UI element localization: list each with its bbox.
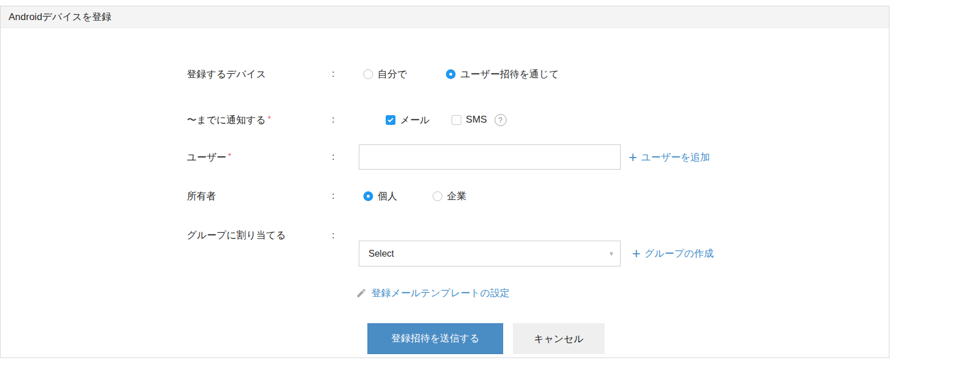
group-select[interactable]: Select ▾ bbox=[359, 241, 621, 266]
colon: : bbox=[332, 225, 359, 246]
required-asterisk: * bbox=[228, 151, 232, 160]
panel-header: Androidデバイスを登録 bbox=[1, 6, 889, 28]
email-template-link[interactable]: 登録メールテンプレートの設定 bbox=[356, 285, 509, 301]
row-owner: 所有者 : 個人 企業 bbox=[187, 186, 467, 206]
colon: : bbox=[332, 190, 359, 202]
checkbox-email-label: メール bbox=[400, 113, 430, 127]
colon: : bbox=[332, 114, 359, 125]
checkbox-sms[interactable]: SMS bbox=[452, 114, 487, 125]
group-label: グループに割り当てる bbox=[187, 225, 332, 246]
radio-owner-corporate-label: 企業 bbox=[447, 190, 467, 203]
radio-owner-personal-label: 個人 bbox=[378, 190, 397, 203]
group-select-value: Select bbox=[369, 249, 394, 259]
user-label-text: ユーザー bbox=[187, 152, 226, 163]
plus-icon: + bbox=[629, 150, 637, 164]
enroll-device-label-text: 登録するデバイス bbox=[187, 69, 266, 80]
enroll-device-label: 登録するデバイス bbox=[187, 68, 332, 81]
radio-dot-icon bbox=[367, 195, 370, 198]
owner-label: 所有者 bbox=[187, 190, 332, 203]
checkbox-sms-label: SMS bbox=[466, 114, 487, 125]
radio-enroll-self-label: 自分で bbox=[378, 68, 407, 81]
row-enroll-device: 登録するデバイス : 自分で ユーザー招待を通じて bbox=[187, 64, 559, 84]
notify-label: 〜までに通知する* bbox=[187, 113, 332, 127]
cancel-button[interactable]: キャンセル bbox=[513, 323, 605, 354]
radio-owner-personal[interactable]: 個人 bbox=[363, 190, 397, 203]
row-notify: 〜までに通知する* : メール SMS ? bbox=[187, 109, 507, 130]
owner-label-text: 所有者 bbox=[187, 191, 216, 202]
button-row: 登録招待を送信する キャンセル bbox=[367, 323, 605, 354]
page-title: Androidデバイスを登録 bbox=[9, 10, 112, 23]
group-label-text: グループに割り当てる bbox=[187, 230, 286, 241]
create-group-link[interactable]: + グループの作成 bbox=[632, 246, 714, 261]
check-icon bbox=[388, 116, 394, 122]
radio-checked-icon bbox=[446, 69, 456, 79]
colon: : bbox=[332, 68, 359, 80]
plus-icon: + bbox=[632, 246, 641, 261]
radio-unchecked-icon bbox=[363, 69, 373, 79]
send-invite-button[interactable]: 登録招待を送信する bbox=[367, 323, 503, 354]
user-input[interactable] bbox=[359, 144, 621, 170]
email-template-link-label: 登録メールテンプレートの設定 bbox=[371, 286, 509, 300]
radio-enroll-self[interactable]: 自分で bbox=[363, 68, 407, 81]
row-user: ユーザー* : + ユーザーを追加 bbox=[187, 144, 710, 170]
radio-enroll-invite-label: ユーザー招待を通じて bbox=[460, 68, 559, 81]
row-group: グループに割り当てる : Select ▾ + グループの作成 bbox=[187, 225, 714, 266]
pencil-icon bbox=[356, 288, 367, 299]
help-icon[interactable]: ? bbox=[495, 114, 507, 126]
chevron-down-icon: ▾ bbox=[609, 249, 613, 258]
radio-checked-icon bbox=[363, 191, 373, 201]
enroll-android-panel: Androidデバイスを登録 登録するデバイス : 自分で ユーザー招待を通じて… bbox=[0, 6, 889, 358]
radio-owner-corporate[interactable]: 企業 bbox=[433, 190, 467, 203]
checkbox-checked-icon bbox=[386, 115, 395, 125]
checkbox-email[interactable]: メール bbox=[386, 113, 430, 127]
radio-dot-icon bbox=[449, 73, 452, 76]
colon: : bbox=[332, 151, 359, 163]
required-asterisk: * bbox=[268, 113, 271, 123]
create-group-link-label: グループの作成 bbox=[645, 247, 714, 260]
radio-unchecked-icon bbox=[433, 191, 442, 201]
user-label: ユーザー* bbox=[187, 151, 332, 164]
add-user-link[interactable]: + ユーザーを追加 bbox=[629, 150, 710, 164]
radio-enroll-invite[interactable]: ユーザー招待を通じて bbox=[446, 68, 559, 81]
add-user-link-label: ユーザーを追加 bbox=[641, 151, 710, 164]
notify-label-text: 〜までに通知する bbox=[187, 115, 266, 125]
checkbox-unchecked-icon bbox=[452, 115, 461, 125]
